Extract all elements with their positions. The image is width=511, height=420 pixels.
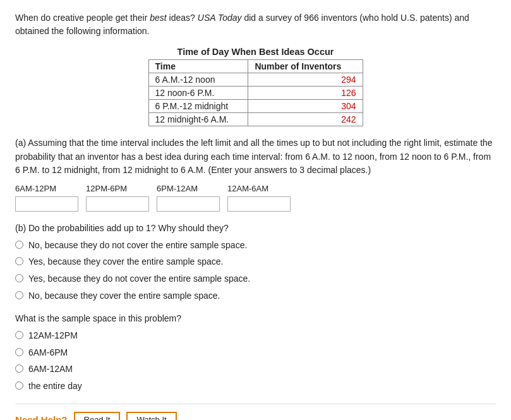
part-b-radio-1[interactable]	[15, 257, 23, 265]
col-time: Time	[148, 60, 248, 73]
part-b-radio-label-1: Yes, because they cover the entire sampl…	[28, 256, 223, 268]
sample-space-option-1: 6AM-6PM	[15, 347, 496, 359]
sample-space-radio-label-2: 6AM-12AM	[28, 363, 73, 376]
part-b: (b) Do the probabilities add up to 1? Wh…	[15, 222, 496, 302]
sample-space-section: What is the sample space in this problem…	[15, 312, 496, 392]
read-it-button[interactable]: Read It	[74, 412, 121, 420]
sample-space-radio-0[interactable]	[15, 331, 23, 339]
sample-space-options: 12AM-12PM6AM-6PM6AM-12AMthe entire day	[15, 330, 496, 392]
prob-input-group-1: 12PM-6PM	[86, 183, 149, 212]
prob-input-group-0: 6AM-12PM	[15, 183, 78, 212]
col-num: Number of Inventors	[248, 60, 363, 73]
prob-input-label-3: 12AM-6AM	[227, 183, 268, 195]
probability-inputs: 6AM-12PM12PM-6PM6PM-12AM12AM-6AM	[15, 183, 496, 212]
prob-input-label-1: 12PM-6PM	[86, 183, 127, 195]
table-title: Time of Day When Best Ideas Occur	[148, 47, 363, 57]
part-b-label: (b) Do the probabilities add up to 1? Wh…	[15, 222, 496, 236]
sample-space-option-3: the entire day	[15, 380, 496, 393]
prob-input-group-2: 6PM-12AM	[157, 183, 220, 212]
table-cell-time: 12 noon-6 P.M.	[148, 87, 248, 100]
part-b-radio-3[interactable]	[15, 291, 23, 299]
table-row: 12 midnight-6 A.M.242	[148, 113, 363, 126]
sample-space-option-0: 12AM-12PM	[15, 330, 496, 342]
sample-space-radio-label-3: the entire day	[28, 380, 82, 393]
prob-input-0[interactable]	[15, 196, 78, 212]
part-b-option-2: Yes, because they do not cover the entir…	[15, 273, 496, 285]
table-cell-num: 304	[248, 100, 363, 113]
need-help-label: Need Help?	[15, 414, 68, 420]
sample-space-radio-2[interactable]	[15, 364, 23, 373]
part-b-radio-0[interactable]	[15, 241, 23, 249]
prob-input-3[interactable]	[227, 196, 291, 212]
prob-input-1[interactable]	[86, 196, 149, 212]
table-cell-num: 126	[248, 87, 363, 100]
sample-space-radio-label-0: 12AM-12PM	[28, 330, 78, 342]
prob-input-group-3: 12AM-6AM	[227, 183, 291, 212]
part-b-option-0: No, because they do not cover the entire…	[15, 239, 496, 252]
sample-space-radio-label-1: 6AM-6PM	[28, 347, 68, 359]
need-help-bar: Need Help? Read It Watch It	[15, 404, 496, 420]
sample-space-radio-1[interactable]	[15, 348, 23, 356]
part-b-option-3: No, because they cover the entire sample…	[15, 290, 496, 303]
table-cell-time: 6 A.M.-12 noon	[148, 73, 248, 87]
sample-space-option-2: 6AM-12AM	[15, 363, 496, 376]
part-b-options: No, because they do not cover the entire…	[15, 239, 496, 302]
sample-space-question: What is the sample space in this problem…	[15, 312, 496, 326]
part-b-radio-2[interactable]	[15, 274, 23, 282]
part-a: (a) Assuming that the time interval incl…	[15, 136, 496, 212]
prob-input-2[interactable]	[157, 196, 220, 212]
part-b-radio-label-2: Yes, because they do not cover the entir…	[28, 273, 250, 285]
prob-input-label-2: 6PM-12AM	[157, 183, 198, 195]
inventors-table: Time Number of Inventors 6 A.M.-12 noon2…	[148, 59, 363, 126]
sample-space-radio-3[interactable]	[15, 381, 23, 390]
data-table-section: Time of Day When Best Ideas Occur Time N…	[148, 47, 363, 126]
table-cell-time: 6 P.M.-12 midnight	[148, 100, 248, 113]
prob-input-label-0: 6AM-12PM	[15, 183, 56, 195]
table-row: 12 noon-6 P.M.126	[148, 87, 363, 100]
table-cell-num: 242	[248, 113, 363, 126]
part-b-radio-label-0: No, because they do not cover the entire…	[28, 239, 247, 252]
table-row: 6 A.M.-12 noon294	[148, 73, 363, 87]
intro-text: When do creative people get their best i…	[15, 11, 496, 38]
table-cell-num: 294	[248, 73, 363, 87]
part-a-label: (a) Assuming that the time interval incl…	[15, 136, 496, 177]
table-row: 6 P.M.-12 midnight304	[148, 100, 363, 113]
part-b-option-1: Yes, because they cover the entire sampl…	[15, 256, 496, 268]
part-b-radio-label-3: No, because they cover the entire sample…	[28, 290, 220, 303]
table-cell-time: 12 midnight-6 A.M.	[148, 113, 248, 126]
watch-it-button[interactable]: Watch It	[126, 412, 176, 420]
